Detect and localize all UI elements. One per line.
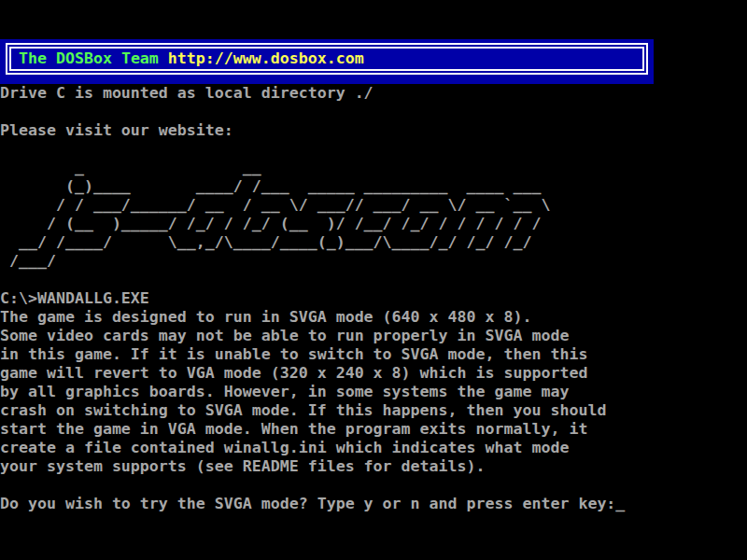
dosbox-credit-title: The DOSBox Team http://www.dosbox.com — [19, 49, 642, 69]
terminal-cursor[interactable]: _ — [615, 495, 625, 512]
dosbox-team-label: The DOSBox Team — [19, 49, 159, 67]
dosbox-credit-box-border: The DOSBox Team http://www.dosbox.com — [6, 43, 648, 75]
dosbox-url-label: http://www.dosbox.com — [159, 49, 364, 67]
terminal-lines-top: Drive C is mounted as local directory ./… — [0, 84, 374, 139]
terminal-screen[interactable]: Drive C is mounted as local directory ./… — [0, 84, 625, 513]
terminal-lines-bottom: C:\>WANDALLG.EXE The game is designed to… — [0, 289, 615, 512]
dosbox-credit-box: The DOSBox Team http://www.dosbox.com — [0, 39, 654, 84]
jsdos-ascii-logo: _ __ (_)____ ____/ /___ _____ _________ … — [0, 159, 550, 270]
